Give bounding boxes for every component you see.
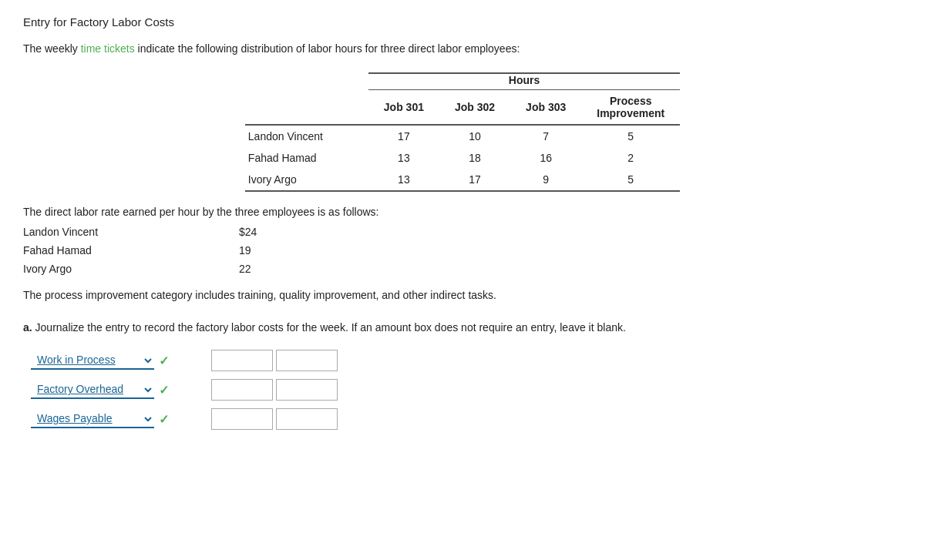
employee-name: Fahad Hamad xyxy=(245,147,368,169)
time-tickets-highlight: time tickets xyxy=(81,42,135,55)
table-row: Ivory Argo 13 17 9 5 xyxy=(245,169,680,191)
row0-process: 5 xyxy=(581,125,680,147)
rate-row-landon: Landon Vincent $24 xyxy=(23,226,902,238)
check-icon-0: ✓ xyxy=(159,354,169,368)
journal-row-1: Work in Process Factory Overhead Wages P… xyxy=(31,379,902,401)
check-icon-2: ✓ xyxy=(159,412,169,427)
employee-name: Landon Vincent xyxy=(245,125,368,147)
job301-header: Job 301 xyxy=(368,90,439,126)
job302-header: Job 302 xyxy=(439,90,510,126)
intro-paragraph: The weekly time tickets indicate the fol… xyxy=(23,41,902,57)
table-row: Fahad Hamad 13 18 16 2 xyxy=(245,147,680,169)
intro-suffix: indicate the following distribution of l… xyxy=(135,42,520,55)
journal-instruction: a. Journalize the entry to record the fa… xyxy=(23,319,902,336)
rate-label-landon: Landon Vincent xyxy=(23,226,146,238)
journal-row-2: Work in Process Factory Overhead Wages P… xyxy=(31,408,902,430)
empty-header xyxy=(245,73,368,90)
row1-job302: 18 xyxy=(439,147,510,169)
journal-row-0: Work in Process Factory Overhead Wages P… xyxy=(31,350,902,371)
instruction-label: a. xyxy=(23,321,32,334)
name-col-header xyxy=(245,90,368,126)
rate-value-landon: $24 xyxy=(239,226,257,238)
row2-job302: 17 xyxy=(439,169,510,191)
table-row: Landon Vincent 17 10 7 5 xyxy=(245,125,680,147)
debit-input-2[interactable] xyxy=(211,408,273,430)
debit-input-1[interactable] xyxy=(211,379,273,401)
rate-value-fahad: 19 xyxy=(239,244,251,257)
rate-row-fahad: Fahad Hamad 19 xyxy=(23,244,902,257)
rate-label-fahad: Fahad Hamad xyxy=(23,244,146,257)
account-select-wrapper-2[interactable]: Work in Process Factory Overhead Wages P… xyxy=(31,410,208,428)
account-select-wrapper-1[interactable]: Work in Process Factory Overhead Wages P… xyxy=(31,381,208,399)
row0-job301: 17 xyxy=(368,125,439,147)
process-header: ProcessImprovement xyxy=(581,90,680,126)
hours-table: Hours Job 301 Job 302 Job 303 ProcessImp… xyxy=(245,72,680,192)
account-select-wrapper-0[interactable]: Work in Process Factory Overhead Wages P… xyxy=(31,351,208,370)
row1-job303: 16 xyxy=(510,147,581,169)
account-select-2[interactable]: Work in Process Factory Overhead Wages P… xyxy=(31,410,154,428)
rate-section: The direct labor rate earned per hour by… xyxy=(23,206,902,275)
rate-label-ivory: Ivory Argo xyxy=(23,263,146,275)
row1-job301: 13 xyxy=(368,147,439,169)
job303-header: Job 303 xyxy=(510,90,581,126)
debit-input-0[interactable] xyxy=(211,350,273,371)
rate-description: The direct labor rate earned per hour by… xyxy=(23,206,902,218)
credit-input-2[interactable] xyxy=(276,408,338,430)
account-select-0[interactable]: Work in Process Factory Overhead Wages P… xyxy=(31,351,154,370)
process-note: The process improvement category include… xyxy=(23,287,902,303)
rate-row-ivory: Ivory Argo 22 xyxy=(23,263,902,275)
hours-table-wrapper: Hours Job 301 Job 302 Job 303 ProcessImp… xyxy=(23,72,902,192)
credit-input-0[interactable] xyxy=(276,350,338,371)
check-icon-1: ✓ xyxy=(159,383,169,397)
rate-value-ivory: 22 xyxy=(239,263,251,275)
row1-process: 2 xyxy=(581,147,680,169)
credit-input-1[interactable] xyxy=(276,379,338,401)
row2-job301: 13 xyxy=(368,169,439,191)
page-title: Entry for Factory Labor Costs xyxy=(23,15,902,29)
row2-job303: 9 xyxy=(510,169,581,191)
row2-process: 5 xyxy=(581,169,680,191)
row0-job302: 10 xyxy=(439,125,510,147)
intro-prefix: The weekly xyxy=(23,42,81,55)
employee-name: Ivory Argo xyxy=(245,169,368,191)
account-select-1[interactable]: Work in Process Factory Overhead Wages P… xyxy=(31,381,154,399)
row0-job303: 7 xyxy=(510,125,581,147)
hours-header: Hours xyxy=(368,73,680,90)
journal-entry-section: Work in Process Factory Overhead Wages P… xyxy=(31,350,902,430)
instruction-text: Journalize the entry to record the facto… xyxy=(35,321,626,334)
